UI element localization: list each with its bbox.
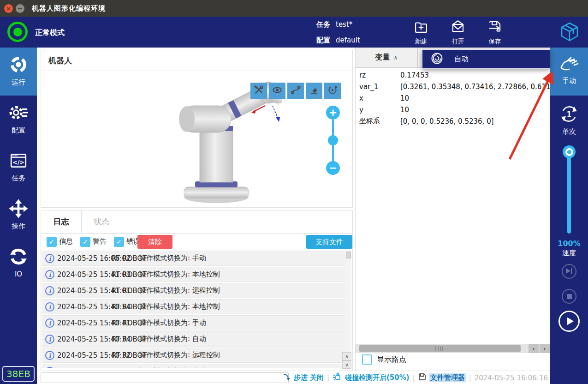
separator: | — [327, 374, 329, 382]
single-cycle-icon: 1 — [559, 117, 579, 126]
warning-checkbox[interactable]: ✓ — [80, 237, 90, 247]
variables-tab-label: 变量 — [375, 53, 390, 62]
variable-row[interactable]: var_1[0.3261, 0.35348, 0.73416, 2.72866,… — [356, 81, 550, 92]
log-scrollbar-thumb[interactable] — [346, 252, 351, 258]
log-row[interactable]: i2024-05-25 15:40:41RT ROBOT操作模式切换为: 手动 — [42, 315, 346, 330]
log-row[interactable]: i2024-05-25 15:40:34RT ROBOT操作模式切换为: 自动 — [42, 331, 346, 347]
right-sidebar: 手动 1 单次 100% 速度 — [550, 48, 588, 384]
variables-tab[interactable]: 变量 ∧ — [356, 48, 418, 67]
log-row[interactable]: i2024-05-25 16:06:02RT ROBOT操作模式切换为: 手动 — [42, 251, 346, 266]
hand-icon — [558, 66, 580, 75]
run-icon — [9, 67, 28, 76]
minimize-icon[interactable]: − — [16, 4, 24, 13]
status-items: 步进 关闭 | 碰撞检测开启(50%) | 文件管理器 | 2024-05-25… — [283, 371, 548, 384]
io-cycle-icon — [9, 259, 28, 268]
scroll-left-button[interactable]: ‹ — [529, 344, 539, 353]
sidebar-item-run[interactable]: 运行 — [0, 48, 37, 96]
scroll-down-button[interactable]: ∨ — [342, 360, 351, 369]
tools-button[interactable] — [250, 83, 267, 99]
open-button-label: 打开 — [443, 37, 473, 46]
manual-mode-label: 手动 — [550, 77, 588, 85]
sidebar-item-io[interactable]: IO — [0, 240, 37, 288]
config-label: 配置 — [316, 36, 330, 44]
info-icon: i — [45, 335, 54, 344]
stop-icon — [567, 294, 572, 299]
log-scrollbar[interactable] — [345, 251, 351, 352]
stop-button[interactable] — [562, 289, 576, 304]
zoom-slider-handle[interactable] — [328, 135, 338, 145]
status-input-box[interactable] — [41, 372, 289, 383]
hscroll-buttons: ‹ › — [529, 344, 550, 353]
play-button[interactable] — [558, 311, 580, 332]
error-checkbox[interactable]: ✓ — [114, 237, 124, 247]
info-icon: i — [45, 351, 54, 360]
log-row[interactable]: i2024-05-25 15:41:01RT ROBOT操作模式切换为: 远程控… — [42, 283, 346, 298]
collision-icon — [333, 372, 342, 383]
scroll-up-button[interactable]: ∧ — [342, 352, 351, 360]
info-icon: i — [45, 254, 54, 263]
open-file-icon — [450, 28, 466, 37]
show-waypoints-row: 显示路点 — [362, 354, 406, 365]
sidebar-item-operate[interactable]: 操作 — [0, 192, 37, 240]
variable-row[interactable]: x10 — [356, 92, 550, 104]
info-checkbox[interactable]: ✓ — [47, 237, 57, 247]
mode-label: 正常模式 — [35, 28, 65, 38]
sidebar-item-label: 任务 — [0, 174, 37, 183]
variable-row[interactable]: 坐标系[0, 0, 0, 0.5236, 0.5236, 0] — [356, 115, 550, 127]
log-row[interactable]: i2024-05-25 15:40:54RT ROBOT操作模式切换为: 本地控… — [42, 299, 346, 314]
manual-mode-button[interactable]: 手动 — [550, 48, 588, 96]
path-button[interactable] — [287, 83, 304, 99]
separator: | — [469, 374, 471, 382]
log-row[interactable]: i2024-05-25 15:40:32RT ROBOT操作模式切换为: 远程控… — [42, 348, 346, 363]
rotate-view-button[interactable] — [324, 83, 341, 99]
config-row: 配置default — [316, 36, 360, 45]
show-waypoints-checkbox[interactable] — [362, 354, 372, 365]
move-arrows-icon — [9, 211, 28, 220]
sidebar-item-config[interactable]: 配置 — [0, 96, 37, 144]
check-icon: ✓ — [83, 238, 89, 246]
grip-icon — [435, 347, 445, 351]
collision-status[interactable]: 碰撞检测开启(50%) — [345, 373, 410, 382]
log-list[interactable]: i2024-05-25 16:06:02RT ROBOT操作模式切换为: 手动 … — [42, 251, 346, 368]
clear-button[interactable]: 清除 — [137, 235, 172, 249]
sidebar-item-task[interactable]: </> 任务 — [0, 144, 37, 192]
auto-mode-icon — [431, 52, 443, 66]
device-id-badge: 38EB — [2, 366, 35, 382]
file-manager-link[interactable]: 文件管理器 — [429, 373, 466, 382]
plus-glyph: + — [329, 108, 337, 118]
left-sidebar: 运行 配置 </> 任务 操作 IO 38EB — [0, 48, 37, 384]
variables-hscrollbar[interactable]: ‹ › — [356, 344, 551, 353]
robot-panel-title: 机器人 — [41, 50, 352, 71]
tab-status[interactable]: 状态 — [82, 210, 122, 233]
play-icon — [567, 317, 574, 325]
single-run-label: 单次 — [550, 127, 588, 136]
eraser-button[interactable] — [306, 83, 322, 99]
chevron-left-icon: ‹ — [532, 345, 535, 352]
speed-slider-handle[interactable] — [563, 145, 576, 158]
hscrollbar-thumb[interactable] — [359, 345, 521, 352]
scroll-right-button[interactable]: › — [540, 344, 550, 353]
mode-dropdown-item-auto[interactable]: 自动 — [422, 49, 550, 69]
window-title: 机器人图形化编程环境 — [32, 4, 106, 13]
log-row[interactable]: i2024-05-25 15:41:03RT ROBOT操作模式切换为: 本地控… — [42, 267, 346, 282]
open-button[interactable]: 打开 — [443, 18, 473, 46]
zoom-in-button[interactable]: + — [326, 106, 340, 120]
step-forward-button[interactable] — [562, 264, 576, 279]
variable-row[interactable]: y10 — [356, 104, 550, 115]
save-button[interactable]: 保存 — [480, 18, 510, 46]
single-run-button[interactable]: 1 单次 — [550, 96, 588, 144]
new-button[interactable]: 新建 — [406, 18, 436, 46]
step-status[interactable]: 步进 关闭 — [294, 373, 324, 382]
support-files-button[interactable]: 支持文件 — [306, 235, 352, 249]
log-row[interactable]: i2024-05-25 15:40:30RT ROBOT操作模式切换为: 自动 — [42, 364, 346, 368]
task-label: 任务 — [316, 20, 330, 29]
zoom-out-button[interactable]: − — [326, 161, 340, 175]
variables-table: rz0.17453 var_1[0.3261, 0.35348, 0.73416… — [356, 69, 550, 127]
speed-slider-track[interactable] — [567, 150, 571, 234]
variable-row[interactable]: rz0.17453 — [356, 69, 550, 81]
info-icon: i — [45, 286, 54, 295]
chevron-up-icon: ∧ — [345, 354, 349, 360]
tab-log[interactable]: 日志 — [41, 210, 82, 233]
visibility-button[interactable] — [269, 83, 285, 99]
close-icon[interactable]: × — [4, 4, 13, 13]
